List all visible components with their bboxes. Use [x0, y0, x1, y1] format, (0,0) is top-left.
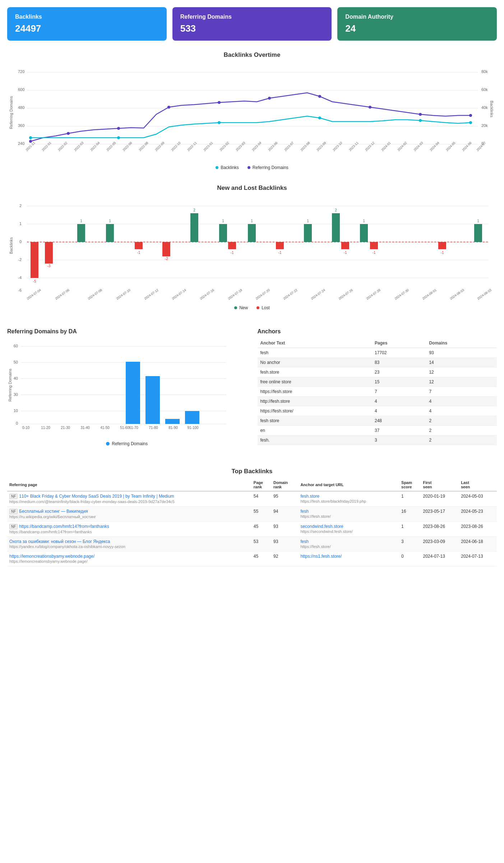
bl-dot-5 [419, 119, 422, 122]
anchor-cell-1: 15 [372, 377, 426, 387]
anchor-cell-1: 4 [372, 406, 426, 416]
bar-val-lost-8: -1 [373, 251, 376, 255]
bl-page-rank: 45 [251, 522, 271, 537]
bl-domain-rank: 93 [271, 537, 298, 552]
bl-referring-page: NF110+ Black Friday & Cyber Monday SaaS … [7, 491, 251, 507]
bar-lost-7 [341, 242, 349, 249]
anchor-cell-1: 17702 [372, 348, 426, 358]
anchor-cell-2: 2 [426, 435, 497, 445]
anchor-link[interactable]: https://ns1.fesh.store/ [300, 554, 342, 559]
bar-val-lost-6: -1 [278, 251, 282, 255]
x-label-25: 2024-03 [413, 141, 424, 152]
y-axis-label-600: 600 [18, 87, 24, 92]
anchors-row: fesh1770293 [258, 348, 497, 358]
nf-badge: NF [9, 494, 18, 499]
da-x-11-20: 11-20 [41, 426, 50, 430]
backlinks-row: NFhttps://bandcamp.com/hmfc14?from=fanth… [7, 522, 497, 537]
bar-lost-5 [228, 242, 236, 249]
da-x-41-50: 41-50 [100, 426, 110, 430]
target-url: https://fesh.store/blackfriday2019.php [300, 499, 366, 503]
bl-th-spam: Spamscore [399, 479, 421, 491]
x-label-10: 2022-10 [170, 141, 181, 152]
x-label-3: 2022-02 [57, 141, 68, 152]
bl-th-last-seen: Lastseen [459, 479, 497, 491]
nl-x-11: 2024-07-24 [310, 288, 326, 301]
nl-y-n6: -6 [18, 288, 22, 292]
new-lost-section: New and Lost Backlinks 2 1 0 -2 -4 -5 -3 [0, 177, 504, 318]
left-axis-label: Referring Domains [9, 96, 13, 129]
anchors-table-body: fesh1770293No anchor8314fesh.store2312fr… [258, 348, 497, 445]
x-label-17: 2023-07 [283, 141, 294, 152]
bl-dot-3 [218, 121, 221, 124]
da-bar-61-70 [126, 362, 140, 424]
referring-page-link[interactable]: Бесплатный хостинг — Википедия [19, 509, 88, 514]
referring-page-url: https://lemoncreationsbyamy.webnode.page… [9, 559, 87, 563]
x-label-20: 2023-10 [332, 141, 343, 152]
bar-val-lost-4: -2 [165, 257, 168, 261]
bar-new-6 [304, 224, 312, 242]
nl-x-7: 2024-07-16 [199, 288, 215, 301]
rd-dot-5 [218, 101, 221, 104]
bl-th-domain-rank: Domainrank [271, 479, 298, 491]
legend-referring-dot [248, 166, 250, 169]
x-label-15: 2023-04 [251, 141, 262, 152]
bl-th-referring-page: Referring page [7, 479, 251, 491]
legend-referring-domains: Referring Domains [248, 165, 288, 170]
anchor-cell-1: 7 [372, 387, 426, 397]
target-url: https://fesh.store/ [300, 544, 330, 549]
bl-last-seen: 2024-05-03 [459, 491, 497, 507]
anchor-cell-0: fesh [258, 348, 372, 358]
anchor-th-pages: Pages [372, 338, 426, 348]
anchor-link[interactable]: secondwind.fesh.store [300, 524, 343, 529]
anchor-cell-2: 14 [426, 358, 497, 367]
referring-page-link[interactable]: Охота за ошибками: новый сезон — Блог Ян… [9, 539, 110, 544]
bar-val-lost-2: -3 [47, 264, 51, 268]
bar-val-new-8: 1 [363, 219, 365, 223]
y-axis-label-480: 480 [18, 105, 24, 110]
referring-domains-card-title: Referring Domains [180, 14, 324, 20]
backlinks-card-value: 24497 [15, 23, 159, 34]
nl-x-9: 2024-07-20 [255, 288, 271, 301]
x-label-26: 2024-04 [429, 141, 440, 152]
legend-new-dot [234, 306, 237, 309]
anchors-table-head: Anchor Text Pages Domains [258, 338, 497, 348]
da-x-31-40: 31-40 [80, 426, 90, 430]
anchor-link[interactable]: fesh [300, 509, 309, 514]
referring-page-link[interactable]: https://bandcamp.com/hmfc14?from=fanthan… [19, 524, 109, 529]
bar-val-new-1: 1 [80, 219, 82, 223]
da-y-0: 0 [16, 421, 18, 425]
bar-val-lost-5: -1 [231, 251, 234, 255]
top-backlinks-table: Referring page Pagerank Domainrank Ancho… [7, 479, 497, 566]
anchors-row: fesh store2482 [258, 416, 497, 426]
anchor-th-domains: Domains [426, 338, 497, 348]
rd-dot-8 [369, 106, 371, 109]
x-label-8: 2022-08 [138, 141, 149, 152]
backlinks-overtime-title: Backlinks Overtime [7, 51, 497, 59]
da-y-30: 30 [14, 392, 18, 397]
bl-spam-score: 1 [399, 491, 421, 507]
rd-dot-3 [117, 127, 120, 130]
bl-referring-page: https://lemoncreationsbyamy.webnode.page… [7, 552, 251, 566]
bl-first-seen: 2024-07-13 [421, 552, 459, 566]
referring-page-link[interactable]: https://lemoncreationsbyamy.webnode.page… [9, 554, 94, 559]
referring-domains-line [31, 93, 471, 141]
nl-x-4: 2024-07-10 [116, 288, 131, 301]
nl-x-17: 2024-08-03 [477, 288, 492, 301]
nl-y-n4: -4 [18, 275, 22, 280]
x-label-5: 2022-04 [89, 141, 100, 152]
nl-x-14: 2024-07-30 [394, 288, 410, 301]
bar-val-lost-7: -1 [344, 251, 347, 255]
referring-page-link[interactable]: 110+ Black Friday & Cyber Monday SaaS De… [19, 494, 174, 499]
rd-dot-4 [167, 106, 170, 109]
anchor-link[interactable]: fesh.store [300, 494, 319, 499]
legend-referring-label: Referring Domains [253, 165, 288, 170]
x-label-27: 2024-05 [445, 141, 456, 152]
anchor-link[interactable]: fesh [300, 539, 309, 544]
anchors-row: free online store1512 [258, 377, 497, 387]
anchors-row: https://fesh.store/44 [258, 406, 497, 416]
anchor-cell-0: http://fesh.store [258, 397, 372, 406]
bl-dot-1 [29, 136, 32, 139]
nl-x-6: 2024-07-14 [171, 288, 187, 301]
x-label-19: 2023-09 [316, 141, 327, 152]
x-label-23: 2024-01 [380, 141, 391, 152]
